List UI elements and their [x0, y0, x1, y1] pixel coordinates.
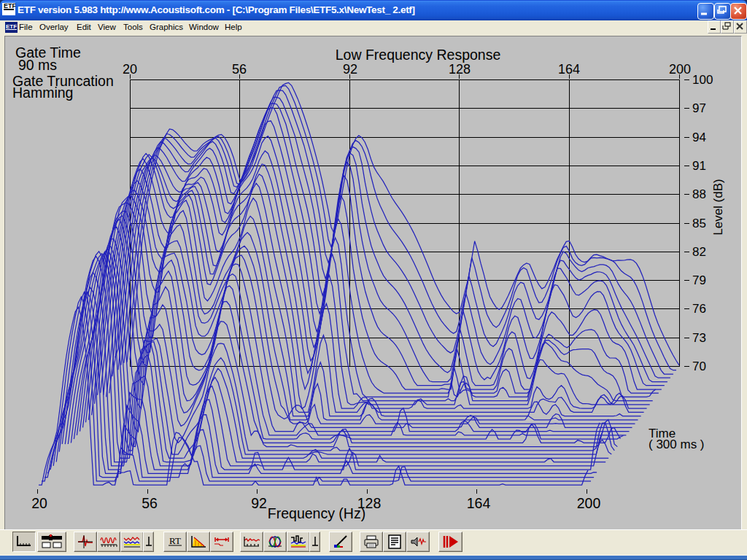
- svg-text:200: 200: [669, 62, 691, 77]
- svg-text:92: 92: [251, 495, 267, 511]
- svg-text:Level (dB): Level (dB): [711, 179, 725, 235]
- svg-text:56: 56: [142, 495, 158, 511]
- svg-text:200: 200: [577, 495, 601, 511]
- svg-text:76: 76: [692, 302, 706, 316]
- svg-text:( 300 ms ): ( 300 ms ): [649, 438, 705, 451]
- svg-text:97: 97: [692, 101, 706, 115]
- svg-text:82: 82: [692, 245, 706, 259]
- svg-text:Hamming: Hamming: [12, 85, 73, 101]
- svg-text:RT: RT: [169, 535, 181, 546]
- svg-text:90 ms: 90 ms: [18, 57, 57, 73]
- svg-text:73: 73: [692, 331, 706, 345]
- svg-text:100: 100: [692, 73, 713, 87]
- svg-text:Low Frequency Response: Low Frequency Response: [336, 47, 501, 63]
- svg-text:164: 164: [467, 495, 491, 511]
- svg-text:20: 20: [31, 495, 47, 511]
- svg-text:92: 92: [343, 62, 357, 77]
- svg-text:56: 56: [232, 62, 247, 77]
- svg-text:85: 85: [692, 217, 706, 230]
- svg-text:Frequency (Hz): Frequency (Hz): [268, 505, 365, 521]
- svg-text:20: 20: [123, 62, 137, 77]
- svg-text:91: 91: [692, 159, 706, 173]
- svg-text:94: 94: [692, 131, 706, 144]
- svg-text:164: 164: [558, 62, 580, 77]
- svg-text:70: 70: [692, 359, 706, 373]
- svg-text:128: 128: [449, 62, 471, 77]
- svg-text:79: 79: [692, 273, 706, 287]
- svg-text:88: 88: [692, 187, 706, 201]
